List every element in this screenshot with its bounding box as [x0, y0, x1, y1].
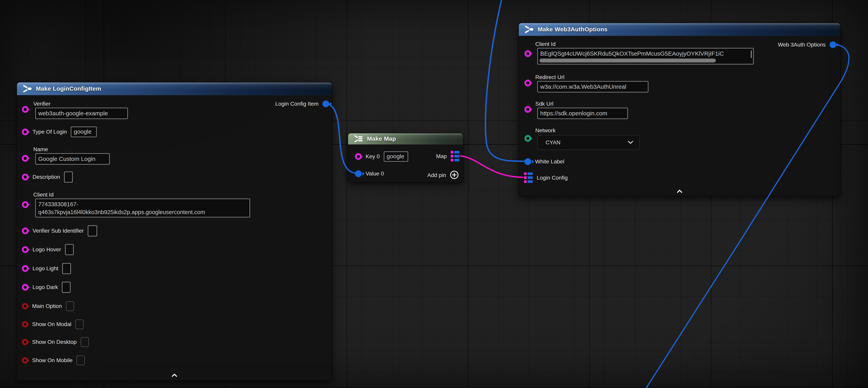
- pin-row-show-on-mobile: Show On Mobile: [22, 355, 85, 365]
- main-option-checkbox[interactable]: [66, 301, 74, 311]
- pin-row-description: Description: [22, 172, 73, 183]
- logo-hover-label: Logo Hover: [33, 246, 61, 253]
- key-0-input[interactable]: google: [384, 151, 408, 162]
- pin-row-show-on-modal: Show On Modal: [22, 319, 84, 329]
- client-id-input[interactable]: 774338308167- q463s7kpvja16l4l0kko3nb925…: [35, 199, 250, 217]
- key-0-pin[interactable]: [355, 153, 362, 160]
- make-map-icon: [353, 135, 363, 143]
- main-option-pin[interactable]: [22, 303, 28, 309]
- logo-hover-input[interactable]: [65, 244, 74, 255]
- show-on-modal-checkbox[interactable]: [75, 319, 84, 329]
- verifier-sub-identifier-label: Verifier Sub Identifier: [33, 228, 84, 234]
- pin-row-key-0: Key 0 google: [355, 151, 408, 162]
- show-on-mobile-label: Show On Mobile: [32, 357, 72, 363]
- name-label: Name: [33, 146, 110, 153]
- node-title: Make LoginConfigItem: [36, 85, 101, 92]
- show-on-modal-pin[interactable]: [22, 321, 28, 327]
- show-on-mobile-checkbox[interactable]: [76, 355, 85, 365]
- white-label-label: White Label: [535, 158, 564, 165]
- node-make-loginconfigitem[interactable]: Make LoginConfigItem Login Config Item V…: [17, 82, 332, 381]
- logo-light-input[interactable]: [62, 263, 71, 274]
- logo-hover-pin[interactable]: [22, 246, 29, 253]
- add-pin-plus-icon: [450, 170, 459, 180]
- pin-row-login-config-item-output: Login Config Item: [275, 100, 329, 107]
- wire-map-to-login-config[interactable]: [460, 156, 523, 177]
- show-on-mobile-pin[interactable]: [22, 357, 28, 363]
- client-id-label: Client Id: [535, 41, 754, 48]
- logo-dark-input[interactable]: [62, 282, 70, 293]
- sdk-url-label: Sdk Url: [535, 100, 628, 107]
- pin-row-login-config: Login Config: [524, 173, 568, 183]
- chevron-down-icon: [627, 139, 634, 146]
- logo-light-pin[interactable]: [22, 265, 29, 272]
- description-pin[interactable]: [22, 174, 29, 180]
- add-pin-button[interactable]: Add pin: [427, 170, 459, 180]
- node-header-make-loginconfigitem[interactable]: Make LoginConfigItem: [17, 82, 332, 95]
- logo-dark-pin[interactable]: [22, 284, 29, 291]
- login-config-label: Login Config: [537, 175, 568, 181]
- pin-row-name: Name Google Custom Login: [22, 146, 110, 165]
- pin-row-value-0: Value 0: [355, 170, 384, 177]
- map-output-label: Map: [436, 153, 447, 159]
- blueprint-graph-canvas[interactable]: Make LoginConfigItem Login Config Item V…: [0, 0, 868, 388]
- node-make-web3authoptions[interactable]: Make Web3AuthOptions Web 3Auth Options C…: [518, 23, 841, 197]
- verifier-input[interactable]: web3auth-google-example: [35, 108, 128, 119]
- input-horizontal-scrollbar[interactable]: [539, 59, 716, 62]
- text-cursor: [751, 51, 751, 58]
- verifier-sub-identifier-input[interactable]: [88, 225, 97, 236]
- node-header-make-web3authoptions[interactable]: Make Web3AuthOptions: [519, 23, 840, 36]
- pin-row-redirect-url: Redirect Url w3a://com.w3a.Web3AuthUnrea…: [524, 74, 648, 92]
- collapse-node-chevron-icon[interactable]: [171, 374, 178, 378]
- show-on-desktop-checkbox[interactable]: [81, 337, 89, 347]
- description-input[interactable]: [64, 172, 73, 183]
- type-of-login-pin[interactable]: [22, 128, 29, 135]
- white-label-pin[interactable]: [524, 158, 531, 165]
- verifier-pin[interactable]: [22, 106, 29, 113]
- output-pin-label: Web 3Auth Options: [778, 41, 826, 48]
- node-title: Make Web3AuthOptions: [538, 26, 608, 33]
- node-make-map[interactable]: Make Map Key 0 google Map Value 0 Add pi…: [348, 133, 463, 183]
- pin-row-verifier: Verifier web3auth-google-example: [22, 100, 128, 119]
- logo-light-label: Logo Light: [33, 265, 58, 272]
- pin-row-verifier-sub-identifier: Verifier Sub Identifier: [22, 225, 97, 236]
- login-config-pin[interactable]: [524, 173, 533, 183]
- pin-row-sdk-url: Sdk Url https://sdk.openlogin.com: [524, 100, 628, 119]
- name-input[interactable]: Google Custom Login: [35, 153, 110, 165]
- show-on-modal-label: Show On Modal: [32, 321, 71, 327]
- pin-row-main-option: Main Option: [22, 301, 74, 311]
- value-0-pin[interactable]: [355, 170, 362, 177]
- type-of-login-input[interactable]: google: [71, 126, 97, 137]
- client-id-pin[interactable]: [22, 201, 29, 208]
- pin-row-web3auth-options-output: Web 3Auth Options: [778, 41, 836, 48]
- pin-row-logo-light: Logo Light: [22, 263, 71, 274]
- redirect-url-input[interactable]: w3a://com.w3a.Web3AuthUnreal: [537, 81, 648, 92]
- pin-row-type-of-login: Type Of Login google: [22, 126, 97, 137]
- map-output-pin[interactable]: [451, 151, 459, 161]
- web3auth-options-output-pin[interactable]: [830, 41, 836, 48]
- sdk-url-pin[interactable]: [524, 106, 531, 113]
- output-pin-label: Login Config Item: [275, 101, 318, 107]
- network-pin[interactable]: [524, 135, 531, 142]
- pin-row-client-id: Client Id BEglQSgt4cUWcj6SKRdu5QkOXTsePm…: [524, 41, 754, 64]
- node-header-make-map[interactable]: Make Map: [348, 133, 463, 145]
- name-pin[interactable]: [22, 155, 29, 162]
- main-option-label: Main Option: [32, 303, 62, 309]
- pin-row-logo-dark: Logo Dark: [22, 282, 70, 293]
- client-id-input[interactable]: BEglQSgt4cUWcj6SKRdu5QkOXTsePmMcusG5EAoy…: [537, 48, 754, 64]
- description-label: Description: [33, 174, 60, 180]
- collapse-node-chevron-icon[interactable]: [676, 189, 683, 194]
- key-0-label: Key 0: [366, 153, 380, 160]
- login-config-item-output-pin[interactable]: [322, 100, 329, 107]
- sdk-url-input[interactable]: https://sdk.openlogin.com: [537, 108, 628, 119]
- verifier-sub-identifier-pin[interactable]: [22, 228, 29, 234]
- pin-row-logo-hover: Logo Hover: [22, 244, 74, 255]
- verifier-label: Verifier: [33, 100, 128, 107]
- network-dropdown-value: CYAN: [546, 139, 561, 146]
- show-on-desktop-pin[interactable]: [22, 339, 28, 345]
- redirect-url-pin[interactable]: [524, 80, 531, 86]
- client-id-pin[interactable]: [524, 50, 531, 57]
- type-of-login-label: Type Of Login: [33, 129, 67, 135]
- network-dropdown[interactable]: CYAN: [537, 135, 640, 150]
- redirect-url-label: Redirect Url: [535, 74, 648, 81]
- add-pin-label: Add pin: [427, 172, 446, 178]
